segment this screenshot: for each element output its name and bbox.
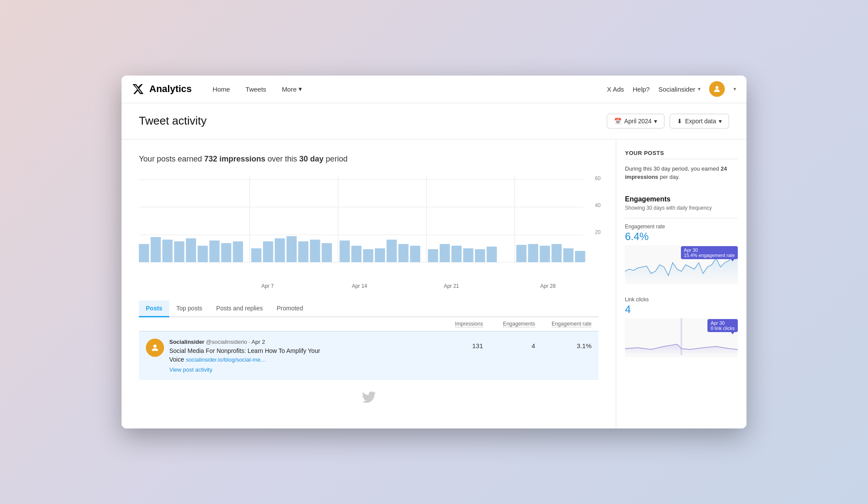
nav-help[interactable]: Help? — [633, 86, 650, 93]
top-navigation: Analytics Home Tweets More ▾ X Ads Help?… — [122, 76, 746, 103]
divider — [625, 218, 738, 218]
svg-rect-17 — [233, 241, 243, 262]
svg-rect-12 — [174, 241, 184, 262]
tab-posts[interactable]: Posts — [139, 300, 169, 317]
your-posts-title: YOUR POSTS — [625, 150, 738, 156]
export-button[interactable]: ⬇ Export data ▾ — [670, 114, 729, 128]
nav-tweets[interactable]: Tweets — [239, 82, 273, 96]
engagements-subtitle: Showing 30 days with daily frequency — [625, 205, 738, 211]
nav-links: Home Tweets More ▾ — [206, 82, 607, 96]
view-activity-link[interactable]: View post activity — [169, 366, 320, 373]
bar-chart — [139, 175, 598, 271]
post-avatar — [146, 339, 164, 357]
svg-rect-34 — [451, 246, 462, 262]
y-axis-labels: 60 40 20 0 — [595, 175, 601, 262]
link-clicks-tooltip: Apr 30 0 link clicks — [707, 319, 738, 332]
link-clicks-chart: Apr 30 0 link clicks — [625, 318, 738, 357]
engagements-title: Engagements — [625, 195, 738, 203]
chevron-down-icon: ▾ — [299, 85, 302, 93]
post-link[interactable]: socialinsider.io/blog/social-me… — [186, 356, 266, 363]
post-tabs: Posts Top posts Posts and replies Promot… — [139, 300, 598, 317]
tab-top-posts[interactable]: Top posts — [169, 300, 209, 317]
link-clicks-label: Link clicks — [625, 296, 738, 303]
tab-promoted[interactable]: Promoted — [270, 300, 310, 317]
page-title: Tweet activity — [139, 114, 207, 128]
page-header: Tweet activity 📅 April 2024 ▾ ⬇ Export d… — [122, 103, 746, 139]
x-label-apr7: Apr 7 — [261, 283, 274, 289]
main-section: Your posts earned 732 impressions over t… — [122, 139, 616, 428]
nav-right: X Ads Help? Socialinsider ▾ ▾ — [607, 81, 736, 97]
x-label-apr21: Apr 21 — [444, 283, 459, 289]
engagement-rate-value: 6.4% — [625, 231, 738, 243]
svg-rect-24 — [322, 243, 332, 262]
table-header: Impressions Engagements Engagement rate — [139, 317, 598, 331]
x-axis-labels: Apr 7 Apr 14 Apr 21 Apr 28 — [139, 283, 598, 292]
svg-rect-22 — [298, 241, 309, 262]
svg-rect-14 — [197, 246, 208, 262]
logo[interactable] — [132, 83, 144, 95]
engagement-rate-chart: Apr 30 15.4% engagement rate — [625, 245, 738, 284]
post-content: Socialinsider @socialinsiderio · Apr 2 S… — [146, 339, 431, 373]
svg-rect-42 — [563, 248, 574, 262]
svg-rect-33 — [440, 244, 450, 262]
user-name: Socialinsider — [658, 86, 695, 93]
app-window: Analytics Home Tweets More ▾ X Ads Help?… — [122, 76, 746, 428]
post-impressions: 131 — [431, 339, 483, 349]
download-icon: ⬇ — [677, 118, 682, 125]
nav-home[interactable]: Home — [206, 82, 237, 96]
calendar-icon: 📅 — [614, 118, 621, 125]
avatar[interactable] — [709, 81, 725, 97]
svg-rect-23 — [310, 240, 320, 262]
svg-rect-16 — [221, 243, 231, 262]
svg-rect-40 — [540, 246, 550, 262]
twitter-bird-icon — [139, 380, 598, 415]
nav-xads[interactable]: X Ads — [607, 86, 624, 93]
svg-rect-10 — [151, 237, 161, 262]
user-menu[interactable]: Socialinsider ▾ — [658, 86, 700, 93]
tab-posts-replies[interactable]: Posts and replies — [209, 300, 270, 317]
svg-rect-32 — [428, 249, 438, 262]
nav-more[interactable]: More ▾ — [275, 82, 309, 96]
svg-rect-15 — [209, 240, 220, 262]
link-clicks-value: 4 — [625, 303, 738, 316]
svg-rect-20 — [275, 238, 285, 262]
impressions-chart: 60 40 20 0 — [139, 175, 598, 280]
header-actions: 📅 April 2024 ▾ ⬇ Export data ▾ — [607, 114, 729, 128]
svg-point-44 — [153, 345, 156, 348]
your-posts-section: YOUR POSTS During this 30 day period, yo… — [625, 150, 738, 181]
chevron-down-icon: ▾ — [654, 118, 657, 125]
svg-rect-30 — [398, 244, 409, 262]
col-engagements: Engagements — [483, 321, 535, 327]
engagements-section: Engagements Showing 30 days with daily f… — [625, 195, 738, 284]
col-impressions: Impressions — [431, 321, 483, 327]
svg-rect-27 — [363, 249, 374, 262]
svg-rect-13 — [186, 238, 196, 262]
chevron-down-icon: ▾ — [719, 118, 722, 125]
x-label-apr14: Apr 14 — [352, 283, 367, 289]
svg-rect-38 — [516, 245, 527, 262]
chevron-down-icon: ▾ — [698, 86, 700, 92]
link-clicks-section: Link clicks 4 Apr 30 0 link clicks — [625, 296, 738, 357]
engagement-tooltip: Apr 30 15.4% engagement rate — [681, 246, 738, 259]
svg-rect-9 — [139, 244, 149, 262]
svg-rect-18 — [251, 248, 262, 262]
svg-rect-35 — [463, 248, 473, 262]
svg-point-0 — [716, 86, 719, 89]
svg-rect-11 — [162, 240, 173, 262]
svg-rect-29 — [387, 240, 397, 262]
post-body: Social Media For Nonprofits: Learn How T… — [169, 347, 320, 364]
brand-title: Analytics — [149, 83, 192, 95]
date-filter-button[interactable]: 📅 April 2024 ▾ — [607, 114, 664, 128]
svg-rect-37 — [487, 247, 497, 262]
post-text-block: Socialinsider @socialinsiderio · Apr 2 S… — [169, 339, 320, 373]
svg-rect-25 — [339, 240, 350, 262]
engagement-rate-label: Engagement rate — [625, 224, 738, 230]
svg-rect-21 — [286, 236, 297, 262]
svg-rect-31 — [410, 246, 421, 262]
chevron-down-icon: ▾ — [733, 86, 736, 92]
svg-rect-36 — [475, 249, 485, 262]
side-panel: YOUR POSTS During this 30 day period, yo… — [616, 139, 746, 428]
post-engagements: 4 — [483, 339, 535, 349]
svg-rect-26 — [351, 246, 362, 262]
table-row: Socialinsider @socialinsiderio · Apr 2 S… — [139, 331, 598, 380]
